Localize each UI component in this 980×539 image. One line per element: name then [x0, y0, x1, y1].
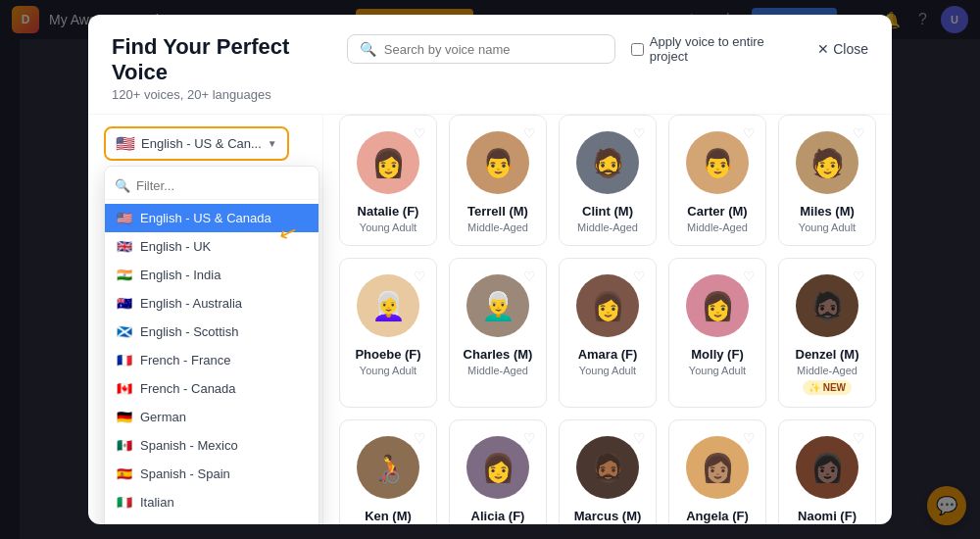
voice-card[interactable]: ♡ 👨 Terrell (M) Middle-Aged: [449, 115, 547, 246]
voice-card[interactable]: ♡ 👩🏿 Naomi (F) Middle-Aged: [778, 419, 876, 524]
voice-age: Young Adult: [569, 365, 646, 376]
heart-button[interactable]: ♡: [853, 125, 865, 141]
dropdown-item-fr-fr[interactable]: 🇫🇷French - France: [105, 346, 318, 374]
voice-card[interactable]: ♡ 🧔 Clint (M) Middle-Aged: [559, 115, 657, 246]
voice-age: Young Adult: [679, 365, 756, 376]
voice-avatar: 🧑‍🦽: [357, 436, 419, 499]
voice-name: Phoebe (F): [350, 347, 426, 362]
item-label: Spanish - Spain: [140, 466, 230, 481]
close-button[interactable]: ✕ Close: [817, 41, 868, 57]
dropdown-item-es-es[interactable]: 🇪🇸Spanish - Spain: [105, 460, 318, 488]
voice-card[interactable]: ♡ 👩 Alicia (F) Young Adult: [449, 419, 547, 524]
voice-card[interactable]: ♡ 👩🏽 Angela (F) Young Adult ✨ NEW: [668, 419, 766, 524]
item-label: German: [140, 410, 186, 424]
heart-button[interactable]: ♡: [523, 430, 536, 446]
dropdown-item-es-mx[interactable]: 🇲🇽Spanish - Mexico: [105, 431, 318, 460]
voice-modal: Find Your Perfect Voice 120+ voices, 20+…: [88, 15, 892, 524]
modal-header-right: 🔍 Apply voice to entire project ✕ Close: [347, 34, 868, 64]
heart-button[interactable]: ♡: [853, 430, 865, 446]
flag-icon: 🇪🇸: [117, 466, 132, 481]
voice-card[interactable]: ♡ 🧔🏿 Denzel (M) Middle-Aged ✨ NEW: [778, 258, 876, 408]
heart-button[interactable]: ♡: [414, 125, 426, 141]
voice-card[interactable]: ♡ 🧑 Miles (M) Young Adult: [778, 115, 876, 246]
heart-button[interactable]: ♡: [743, 125, 756, 141]
item-label: English - Australia: [140, 296, 242, 311]
heart-button[interactable]: ♡: [414, 269, 426, 284]
dropdown-items-list: 🇺🇸English - US & Canada🇬🇧English - UK🇮🇳E…: [105, 204, 318, 524]
voice-name: Naomi (F): [789, 509, 865, 523]
dropdown-item-en-in[interactable]: 🇮🇳English - India: [105, 261, 318, 289]
voice-avatar: 👩🏿: [796, 436, 858, 499]
voice-age: Young Adult: [789, 221, 865, 233]
voice-card[interactable]: ♡ 👩 Molly (F) Young Adult: [668, 258, 766, 408]
chevron-down-icon: ▼: [268, 138, 277, 149]
voice-name: Denzel (M): [789, 347, 865, 362]
item-label: English - Scottish: [140, 324, 238, 339]
voice-grid: ♡ 👩 Natalie (F) Young Adult ♡ 👨 Terrell …: [323, 115, 892, 524]
heart-button[interactable]: ♡: [853, 269, 865, 284]
dropdown-item-it[interactable]: 🇮🇹Italian: [105, 488, 318, 516]
voice-avatar: 👩: [466, 436, 529, 499]
flag-icon: 🇮🇳: [117, 268, 132, 282]
voice-age: Young Adult: [350, 221, 426, 233]
item-label: English - India: [140, 268, 220, 282]
dropdown-item-fr-ca[interactable]: 🇨🇦French - Canada: [105, 374, 318, 403]
voice-age: Middle-Aged: [460, 221, 536, 233]
voice-card[interactable]: ♡ 🧔🏾 Marcus (M) Young Adult: [559, 419, 657, 524]
voice-name: Molly (F): [679, 347, 756, 362]
voice-age: Middle-Aged: [460, 365, 536, 376]
item-label: French - Canada: [140, 381, 236, 396]
heart-button[interactable]: ♡: [743, 430, 756, 446]
voice-name: Miles (M): [789, 204, 865, 219]
voice-age: Young Adult: [350, 365, 426, 376]
voice-card[interactable]: ♡ 👩 Amara (F) Young Adult: [559, 258, 657, 408]
voice-avatar: 👩: [576, 274, 639, 337]
voice-age: Middle-Aged: [569, 221, 646, 233]
voice-avatar: 🧔🏿: [796, 274, 858, 337]
dropdown-item-en-au[interactable]: 🇦🇺English - Australia: [105, 289, 318, 318]
dropdown-item-en-sc[interactable]: 🏴󠁧󠁢󠁳󠁣󠁴󠁿English - Scottish: [105, 318, 318, 346]
voice-name: Angela (F): [679, 509, 756, 523]
modal-title-section: Find Your Perfect Voice 120+ voices, 20+…: [112, 34, 347, 102]
apply-checkbox[interactable]: [631, 43, 644, 56]
modal-title: Find Your Perfect Voice: [112, 34, 347, 85]
heart-button[interactable]: ♡: [633, 125, 646, 141]
heart-button[interactable]: ♡: [633, 430, 646, 446]
voice-card[interactable]: ♡ 👩‍🦳 Phoebe (F) Young Adult: [339, 258, 437, 408]
flag-icon: 🇺🇸: [117, 211, 132, 225]
lang-label: English - US & Can...: [141, 136, 262, 151]
modal-header: Find Your Perfect Voice 120+ voices, 20+…: [88, 15, 892, 115]
voice-avatar: 👨: [686, 131, 749, 194]
voice-name: Alicia (F): [460, 509, 536, 523]
voice-avatar: 🧔: [576, 131, 639, 194]
dropdown-item-pt-br[interactable]: 🇧🇷Portuguese - Brazil: [105, 516, 318, 524]
voice-card[interactable]: ♡ 👩 Natalie (F) Young Adult: [339, 115, 437, 246]
voice-card[interactable]: ♡ 👨 Carter (M) Middle-Aged: [668, 115, 766, 246]
dropdown-item-de[interactable]: 🇩🇪German: [105, 403, 318, 431]
item-label: English - UK: [140, 239, 211, 254]
item-label: Portuguese - Brazil: [140, 523, 249, 524]
item-label: Spanish - Mexico: [140, 438, 238, 453]
search-bar: 🔍: [347, 34, 615, 64]
heart-button[interactable]: ♡: [743, 269, 756, 284]
language-dropdown-button[interactable]: 🇺🇸 English - US & Can... ▼: [104, 126, 289, 161]
voice-avatar: 👩‍🦳: [357, 274, 419, 337]
voice-name: Marcus (M): [569, 509, 646, 523]
heart-button[interactable]: ♡: [633, 269, 646, 284]
filter-search-icon: 🔍: [115, 178, 130, 193]
flag-icon: 🇨🇦: [117, 381, 132, 396]
voice-name: Terrell (M): [460, 204, 536, 219]
heart-button[interactable]: ♡: [523, 125, 536, 141]
voice-card[interactable]: ♡ 👨‍🦳 Charles (M) Middle-Aged: [449, 258, 547, 408]
search-input[interactable]: [384, 42, 603, 57]
item-label: French - France: [140, 353, 230, 368]
voice-age: Middle-Aged: [679, 221, 756, 233]
left-panel: 🇺🇸 English - US & Can... ▼ ↙ 🔍 🇺🇸English…: [88, 115, 323, 524]
flag-icon: 🇩🇪: [117, 410, 132, 424]
heart-button[interactable]: ♡: [414, 430, 426, 446]
voice-avatar: 👨‍🦳: [466, 274, 529, 337]
voice-card[interactable]: ♡ 🧑‍🦽 Ken (M) Middle-Aged: [339, 419, 437, 524]
dropdown-filter-input[interactable]: [136, 178, 309, 193]
voice-avatar: 👩🏽: [686, 436, 749, 499]
heart-button[interactable]: ♡: [523, 269, 536, 284]
